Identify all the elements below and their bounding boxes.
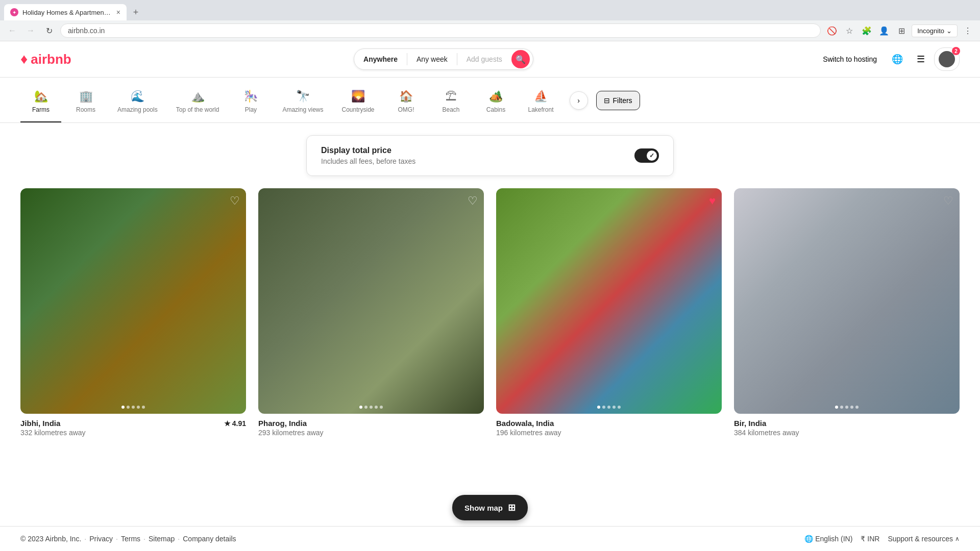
jibhi-distance: 332 kilometres away bbox=[20, 429, 246, 437]
logo[interactable]: ♦ airbnb bbox=[20, 51, 71, 67]
dot-4 bbox=[612, 406, 616, 409]
browser-chrome: ✦ Holiday Homes & Apartment Re... × + ← … bbox=[0, 0, 980, 41]
dot-2 bbox=[127, 406, 130, 409]
footer-company[interactable]: Company details bbox=[183, 535, 236, 543]
property-card-bir[interactable]: ♡ Bir, India 384 kilometres away bbox=[734, 188, 960, 437]
filters-btn[interactable]: ⊟ Filters bbox=[596, 91, 640, 110]
dot-5 bbox=[855, 406, 859, 409]
search-submit-btn[interactable]: 🔍 bbox=[511, 50, 530, 68]
property-img-bir: ♡ bbox=[734, 188, 960, 414]
category-item-omg[interactable]: 🏠 OMG! bbox=[386, 86, 427, 122]
top-of-world-icon: ⛰️ bbox=[191, 90, 205, 103]
category-item-cabins[interactable]: 🏕️ Cabins bbox=[476, 86, 517, 122]
img-dots-badowala bbox=[597, 406, 621, 409]
bir-distance: 384 kilometres away bbox=[734, 429, 960, 437]
property-card-badowala[interactable]: ♥ Badowala, India 196 kilometres away bbox=[496, 188, 722, 437]
sep-1: · bbox=[84, 535, 86, 543]
footer-right: 🌐 English (IN) ₹ INR Support & resources… bbox=[804, 535, 960, 543]
dot-4 bbox=[375, 406, 378, 409]
category-item-rooms[interactable]: 🏢 Rooms bbox=[65, 86, 106, 122]
browser-actions: 🚫 ☆ 🧩 👤 ⊞ Incognito ⌄ ⋮ bbox=[825, 23, 975, 38]
refresh-btn[interactable]: ↻ bbox=[42, 23, 56, 38]
menu-btn[interactable]: ☰ bbox=[911, 49, 931, 69]
top-of-world-label: Top of the world bbox=[176, 106, 219, 113]
category-item-beach[interactable]: ⛱ Beach bbox=[431, 86, 472, 122]
badowala-distance: 196 kilometres away bbox=[496, 429, 722, 437]
back-btn[interactable]: ← bbox=[5, 23, 19, 38]
extension-btn[interactable]: 🧩 bbox=[860, 23, 874, 38]
property-location-jibhi: Jibhi, India ★ 4.91 bbox=[20, 419, 246, 428]
category-item-amazing-views[interactable]: 🔭 Amazing views bbox=[275, 86, 330, 122]
footer-sitemap[interactable]: Sitemap bbox=[149, 535, 175, 543]
new-tab-btn[interactable]: + bbox=[129, 5, 143, 19]
dot-2 bbox=[840, 406, 843, 409]
cabins-label: Cabins bbox=[486, 106, 505, 113]
property-card-pharog[interactable]: ♡ Pharog, India 293 kilometres away bbox=[258, 188, 484, 437]
wishlist-btn-jibhi[interactable]: ♡ bbox=[230, 194, 240, 208]
wishlist-btn-badowala[interactable]: ♥ bbox=[709, 194, 716, 208]
split-view-btn[interactable]: ⊞ bbox=[894, 23, 909, 38]
category-item-play[interactable]: 🎠 Play bbox=[230, 86, 271, 122]
footer-support-btn[interactable]: Support & resources ∧ bbox=[888, 535, 960, 543]
search-bar[interactable]: Anywhere Any week Add guests 🔍 bbox=[354, 48, 533, 70]
tab-close-btn[interactable]: × bbox=[116, 8, 120, 16]
pharog-distance: 293 kilometres away bbox=[258, 429, 484, 437]
category-nav-next-btn[interactable]: › bbox=[570, 91, 588, 110]
dot-1 bbox=[121, 406, 125, 409]
incognito-chevron: ⌄ bbox=[946, 27, 952, 35]
img-dots-bir bbox=[835, 406, 859, 409]
language-btn[interactable]: 🌐 bbox=[887, 49, 908, 69]
footer-terms[interactable]: Terms bbox=[121, 535, 140, 543]
price-toggle[interactable]: ✓ bbox=[634, 148, 659, 163]
search-anywhere[interactable]: Anywhere bbox=[354, 49, 407, 69]
dot-3 bbox=[607, 406, 610, 409]
wishlist-btn-bir[interactable]: ♡ bbox=[943, 194, 953, 208]
footer-language-btn[interactable]: 🌐 English (IN) bbox=[804, 535, 852, 543]
footer-privacy[interactable]: Privacy bbox=[89, 535, 113, 543]
property-rating-jibhi: ★ 4.91 bbox=[224, 419, 246, 428]
property-card-jibhi[interactable]: ♡ Jibhi, India ★ 4.91 332 kilom bbox=[20, 188, 246, 437]
camera-off-btn[interactable]: 🚫 bbox=[825, 23, 839, 38]
site-footer: © 2023 Airbnb, Inc. · Privacy · Terms · … bbox=[0, 526, 980, 551]
map-icon: ⊞ bbox=[508, 502, 516, 513]
price-banner-title: Display total price bbox=[321, 146, 415, 155]
footer-support: Support & resources bbox=[888, 535, 953, 543]
dot-5 bbox=[142, 406, 145, 409]
profile-btn[interactable]: 👤 bbox=[877, 23, 891, 38]
active-tab[interactable]: ✦ Holiday Homes & Apartment Re... × bbox=[4, 4, 127, 20]
address-bar[interactable]: airbnb.co.in bbox=[60, 23, 821, 38]
bir-location: Bir, India bbox=[734, 419, 766, 428]
property-info-badowala: Badowala, India 196 kilometres away bbox=[496, 414, 722, 437]
category-item-top-of-world[interactable]: ⛰️ Top of the world bbox=[169, 86, 227, 122]
show-map-label: Show map bbox=[464, 504, 503, 512]
forward-btn[interactable]: → bbox=[23, 23, 38, 38]
support-chevron-icon: ∧ bbox=[955, 535, 960, 542]
property-img-badowala: ♥ bbox=[496, 188, 722, 414]
rooms-label: Rooms bbox=[76, 106, 95, 113]
search-guests[interactable]: Add guests bbox=[457, 49, 511, 69]
wishlist-btn-pharog[interactable]: ♡ bbox=[468, 194, 478, 208]
price-banner: Display total price Includes all fees, b… bbox=[306, 135, 674, 176]
star-icon: ★ bbox=[224, 419, 231, 428]
star-btn[interactable]: ☆ bbox=[842, 23, 856, 38]
category-item-countryside[interactable]: 🌄 Countryside bbox=[334, 86, 381, 122]
tab-title: Holiday Homes & Apartment Re... bbox=[22, 9, 112, 16]
footer-currency-btn[interactable]: ₹ INR bbox=[861, 535, 879, 543]
property-grid: ♡ Jibhi, India ★ 4.91 332 kilom bbox=[0, 188, 980, 457]
profile-avatar-btn[interactable]: 2 bbox=[934, 47, 960, 71]
show-map-btn[interactable]: Show map ⊞ bbox=[452, 495, 528, 520]
browser-nav-bar: ← → ↻ airbnb.co.in 🚫 ☆ 🧩 👤 ⊞ Incognito ⌄… bbox=[0, 20, 980, 41]
category-item-lakefront[interactable]: ⛵ Lakefront bbox=[521, 86, 561, 122]
main-page: ♦ airbnb Anywhere Any week Add guests 🔍 … bbox=[0, 41, 980, 551]
search-any-week[interactable]: Any week bbox=[407, 49, 457, 69]
property-info-jibhi: Jibhi, India ★ 4.91 332 kilometres away bbox=[20, 414, 246, 437]
footer-currency: ₹ INR bbox=[861, 535, 879, 543]
incognito-btn[interactable]: Incognito ⌄ bbox=[912, 24, 958, 37]
amazing-pools-icon: 🌊 bbox=[131, 90, 144, 103]
omg-label: OMG! bbox=[398, 106, 414, 113]
more-btn[interactable]: ⋮ bbox=[961, 23, 975, 38]
category-item-farms[interactable]: 🏡 Farms bbox=[20, 86, 61, 122]
category-item-amazing-pools[interactable]: 🌊 Amazing pools bbox=[110, 86, 165, 122]
price-banner-text: Display total price Includes all fees, b… bbox=[321, 146, 415, 165]
switch-hosting-btn[interactable]: Switch to hosting bbox=[816, 50, 884, 68]
